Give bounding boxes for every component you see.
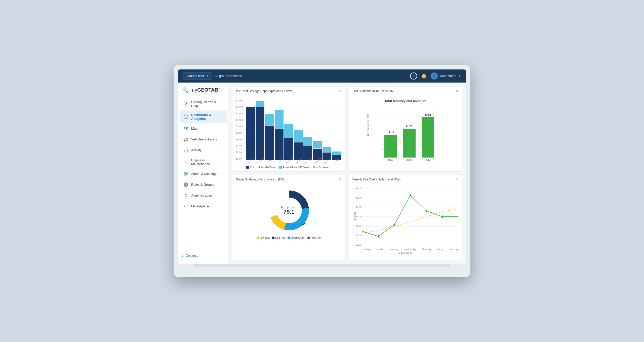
rules-icon: 🔘: [183, 182, 189, 187]
may-label: May: [388, 159, 393, 161]
chevron-icon: ›: [222, 194, 223, 197]
notification-icon[interactable]: 🔔: [421, 73, 427, 79]
bars-container: [246, 98, 341, 160]
monthly-idle-close-button[interactable]: ✕: [455, 89, 458, 93]
help-icon[interactable]: ?: [410, 72, 417, 80]
screen: Groups filter ▼ All groups selected ? 🔔 …: [178, 69, 466, 264]
legend-dark-label: Cost of Total Idle Time: [250, 166, 275, 169]
x-labels: ACC-0039954 TP VW eGolf 2019 TM1 TM2 LS-…: [246, 160, 341, 165]
line-chart-container: Idle Cost $0.00$1.00$2.00$3.00$4.00$5.00…: [352, 185, 458, 255]
top-bar: Groups filter ▼ All groups selected ? 🔔 …: [178, 69, 466, 83]
bar-group-5: [284, 98, 293, 160]
groups-filter-button[interactable]: Groups filter ▼: [183, 72, 212, 80]
user-name-label: User Name: [440, 74, 456, 78]
groups-selected-text: All groups selected: [215, 74, 408, 78]
bar-group-9: [323, 98, 331, 160]
idle-cost-title: Idle Cost Savings Report (previous 7 day…: [236, 89, 293, 93]
dashboard-icon: [183, 114, 189, 120]
medium-risk-label: Medium Risk: [291, 237, 305, 239]
engine-icon: ⚙: [183, 159, 189, 165]
legend-light-swatch: [279, 166, 282, 169]
sidebar-item-engine[interactable]: ⚙ Engine & Maintenance ›: [180, 156, 227, 168]
idle-cost-card-header: Idle Cost Savings Report (previous 7 day…: [232, 87, 345, 95]
legend-dark-swatch: [246, 166, 249, 169]
logo-my: my: [190, 87, 197, 93]
legend-light: Potential Idle $$$ Saved if Goal Achieve…: [279, 166, 329, 169]
sustainability-title: Driver Sustainability Scorecard (EV): [236, 178, 284, 181]
sidebar: 🔍 myGEOTAB™ ❓ Getting Started & Help ›: [178, 83, 228, 264]
weekly-idle-close-button[interactable]: ✕: [455, 177, 458, 181]
sidebar-logo: 🔍 myGEOTAB™: [178, 83, 228, 96]
bar-group-4: [275, 98, 284, 160]
svg-point-23: [410, 194, 411, 196]
chevron-icon: ›: [222, 183, 223, 186]
chevron-icon: ›: [222, 115, 223, 118]
sidebar-item-rules[interactable]: 🔘 Rules & Groups ›: [180, 179, 227, 190]
logo-text: myGEOTAB™: [190, 87, 221, 93]
sidebar-label-vehicles: Vehicles & Assets: [191, 137, 220, 141]
mild-risk-swatch: [272, 237, 274, 239]
low-risk-swatch: [257, 237, 259, 239]
idle-cost-body: $0.00$2.00$4.00$6.00$8.00$10.00$12.00$14…: [232, 95, 345, 171]
june-value: 21:35: [406, 125, 413, 128]
idle-cost-close-button[interactable]: ✕: [339, 89, 342, 93]
bar-group-3: [265, 98, 274, 160]
monthly-bars: 17:43 May 21:35 June: [384, 116, 434, 161]
user-info[interactable]: 👤 User Name ▼: [431, 72, 461, 80]
activity-icon: 📊: [183, 147, 189, 153]
y-axis-labels: $0.00$2.00$4.00$6.00$8.00$10.00$12.00$14…: [236, 99, 246, 160]
legend-high-risk: High Risk: [307, 237, 321, 239]
svg-point-26: [457, 215, 458, 218]
donut-center: Average Score 79.1: [281, 206, 297, 215]
truck-icon: 🚛: [183, 137, 189, 142]
sidebar-item-marketplace[interactable]: 🛡 Marketplace: [180, 201, 227, 212]
label-saturday: Saturday: [449, 248, 458, 251]
bar-group-10: [332, 98, 341, 160]
user-chevron-icon: ▼: [458, 74, 461, 77]
bar-group-1: [246, 98, 255, 160]
mild-risk-label: Mild Risk: [275, 237, 286, 239]
chevron-icon: ›: [222, 161, 223, 163]
sidebar-item-zones[interactable]: ⚙️ Zones & Messages ›: [180, 169, 227, 179]
svg-point-24: [425, 209, 427, 212]
laptop-frame: Groups filter ▼ All groups selected ? 🔔 …: [174, 65, 470, 277]
zones-icon: ⚙️: [183, 171, 189, 177]
bar-group-7: [303, 98, 312, 160]
monthly-idle-card: Last 3 Months Idling Trend RR ✕ Total Mo…: [349, 87, 462, 171]
sidebar-item-administration[interactable]: ⚙ Administration ›: [180, 190, 227, 201]
medium-risk-swatch: [288, 237, 290, 239]
donut-center-label: Average Score: [281, 206, 297, 208]
june-label: June: [407, 159, 412, 161]
help-circle-icon: ❓: [183, 101, 189, 107]
chevron-icon: ›: [222, 172, 223, 175]
monthly-idle-header: Last 3 Months Idling Trend RR ✕: [349, 87, 462, 95]
monthly-bar-may: 17:43 May: [384, 131, 397, 161]
donut-wrapper: Average Score 79.1 33.3% 50% 16.7%: [266, 188, 312, 233]
sidebar-item-activity[interactable]: 📊 Activity ›: [180, 145, 227, 156]
sidebar-item-getting-started[interactable]: ❓ Getting Started & Help ›: [180, 98, 227, 110]
sidebar-item-map[interactable]: 🗺 Map ›: [180, 123, 227, 134]
collapse-button[interactable]: ‹ Collapse: [178, 250, 228, 261]
sidebar-label-administration: Administration: [191, 194, 220, 197]
weekly-idle-title: Weekly Idle Cost - Daily Trend (Gal): [352, 178, 400, 181]
label-16: 16.7%: [299, 223, 306, 225]
legend-light-label: Potential Idle $$$ Saved if Goal Achieve…: [283, 166, 329, 169]
sidebar-item-vehicles[interactable]: 🚛 Vehicles & Assets ›: [180, 134, 227, 145]
label-monday: Monday: [376, 248, 384, 251]
monthly-bar-june: 21:35 June: [403, 125, 416, 161]
svg-point-20: [363, 230, 364, 232]
may-value: 17:43: [387, 131, 394, 134]
groups-filter-label: Groups filter: [186, 74, 204, 78]
bar-group-2: [256, 98, 264, 160]
label-wednesday: Wednesday: [404, 248, 416, 251]
sidebar-item-dashboard[interactable]: Dashboard & Analytics ›: [180, 110, 227, 123]
label-33: 33.3%: [301, 193, 308, 196]
donut-center-value: 79.1: [281, 208, 297, 215]
sustainability-close-button[interactable]: ✕: [339, 177, 342, 181]
line-chart-svg: [363, 187, 458, 246]
high-risk-label: High Risk: [311, 237, 321, 239]
y-axis-idle-label: Idle Cost: [354, 212, 356, 221]
chevron-icon: ›: [222, 102, 223, 105]
label-friday: Friday: [437, 248, 444, 251]
weekly-idle-body: Idle Cost $0.00$1.00$2.00$3.00$4.00$5.00…: [349, 183, 462, 260]
